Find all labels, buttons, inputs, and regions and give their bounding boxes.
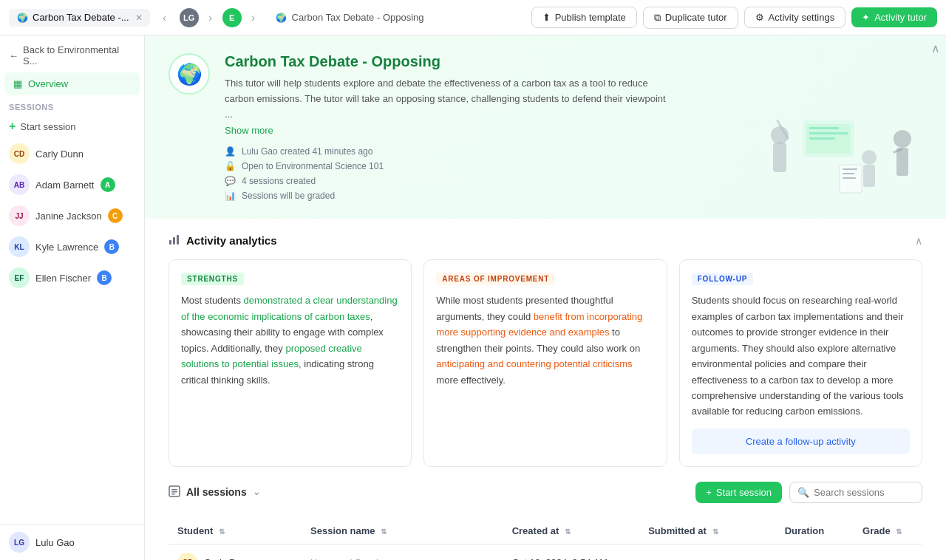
sessions-section: All sessions ⌄ + Start session 🔍 — [145, 482, 946, 560]
submitted-dash: - — [648, 557, 651, 560]
svg-rect-0 — [773, 143, 786, 172]
search-sessions-box[interactable]: 🔍 — [789, 482, 922, 503]
nav-back-arrow[interactable]: ‹ — [156, 9, 174, 27]
sessions-section-label: Sessions — [0, 95, 144, 115]
svg-rect-11 — [896, 148, 908, 176]
tab2-circle-icon: LG — [180, 8, 199, 27]
analytics-section: Activity analytics ∧ STRENGTHS Most stud… — [145, 219, 946, 482]
td-student: CD Carly Dunn — [169, 544, 302, 560]
student-name-carly: Carly Dunn — [35, 148, 84, 160]
tab1-close-icon[interactable]: ✕ — [135, 13, 143, 23]
col-student[interactable]: Student ⇅ — [169, 518, 302, 544]
svg-rect-21 — [171, 489, 177, 491]
duplicate-label: Duplicate tutor — [665, 12, 727, 23]
analytics-cards: STRENGTHS Most students demonstrated a c… — [169, 259, 922, 467]
student-cell: CD Carly Dunn — [177, 553, 293, 560]
strengths-highlight2: proposed creative solutions to potential… — [181, 343, 362, 369]
content-area: 🌍 Carbon Tax Debate - Opposing This tuto… — [145, 35, 946, 560]
tab2-e-icon: E — [222, 8, 242, 27]
sessions-table: Student ⇅ Session name ⇅ Created at ⇅ Su… — [169, 518, 922, 560]
show-more-button[interactable]: Show more — [225, 125, 273, 136]
col-session-name[interactable]: Session name ⇅ — [302, 518, 503, 544]
lock-open-icon: 🔓 — [225, 161, 236, 171]
sort-submitted-icon: ⇅ — [712, 527, 718, 536]
analytics-collapse-icon[interactable]: ∧ — [915, 235, 922, 247]
sidebar-student-ellen[interactable]: EF Ellen Fischer B — [0, 262, 144, 293]
analytics-title: Activity analytics — [169, 233, 277, 247]
avatar-row: CD — [177, 553, 198, 560]
sidebar-student-janine[interactable]: JJ Janine Jackson C — [0, 200, 144, 231]
sessions-sort-icon[interactable]: ⌄ — [253, 487, 260, 497]
top-bar: 🌍 Carbon Tax Debate -... ✕ ‹ LG › E › 🌍 … — [0, 0, 946, 35]
activity-tutor-button[interactable]: ✦ Activity tutor — [851, 7, 937, 27]
analytics-header: Activity analytics ∧ — [169, 233, 922, 247]
improvement-highlight2: anticipating and countering potential cr… — [436, 358, 632, 369]
earth-favicon2-icon: 🌍 — [276, 12, 287, 24]
strengths-text: Most students demonstrated a clear under… — [181, 293, 399, 388]
sort-grade-icon: ⇅ — [896, 527, 902, 536]
td-created: Oct 10, 2024, 9:54 AM — [503, 544, 640, 560]
sidebar-user-name: Lulu Gao — [35, 537, 75, 548]
session-name-cell: Unnamed Session — [310, 557, 389, 560]
student-name-ellen: Ellen Fischer — [35, 273, 91, 284]
activity-settings-button[interactable]: ⚙ Activity settings — [744, 7, 846, 28]
followup-text: Students should focus on researching rea… — [692, 293, 910, 420]
start-session-sidebar-button[interactable]: + Start session — [0, 115, 144, 138]
meta-created-text: Lulu Gao created 41 minutes ago — [242, 146, 372, 157]
tab-opposing[interactable]: 🌍 Carbon Tax Debate - Opposing — [268, 9, 432, 27]
col-submitted-at[interactable]: Submitted at ⇅ — [639, 518, 776, 544]
grade-badge-kyle: B — [104, 239, 119, 254]
sidebar-item-overview[interactable]: ▦ Overview — [4, 72, 140, 95]
hero-collapse-button[interactable]: ∧ — [931, 41, 940, 55]
sidebar-student-kyle[interactable]: KL Kyle Lawrence B — [0, 231, 144, 262]
sidebar-student-carly[interactable]: CD Carly Dunn — [0, 138, 144, 169]
td-session-name: Unnamed Session — [302, 544, 503, 560]
student-name-cell: Carly Dunn — [204, 557, 252, 560]
sidebar-student-adam[interactable]: AB Adam Barnett A — [0, 169, 144, 200]
student-name-janine: Janine Jackson — [35, 211, 102, 222]
tab-carbon-tax[interactable]: 🌍 Carbon Tax Debate -... ✕ — [9, 9, 150, 27]
plus-session-icon: + — [706, 487, 712, 498]
col-created-at[interactable]: Created at ⇅ — [503, 518, 640, 544]
publish-template-button[interactable]: ⬆ Publish template — [531, 7, 637, 28]
back-to-env-button[interactable]: ← Back to Environmental S... — [0, 35, 144, 72]
td-submitted: - — [639, 544, 776, 560]
chat-icon: 💬 — [225, 176, 236, 186]
grade-badge-adam: A — [101, 177, 115, 192]
col-duration[interactable]: Duration — [776, 518, 854, 544]
avatar-lulu: LG — [9, 532, 30, 553]
improvement-tag: AREAS OF IMPROVEMENT — [436, 273, 555, 285]
sort-created-icon: ⇅ — [565, 527, 571, 536]
table-row[interactable]: CD Carly Dunn Unnamed SessionOct 10, 202… — [169, 544, 922, 560]
search-icon: 🔍 — [797, 487, 809, 498]
main-layout: ← Back to Environmental S... ▦ Overview … — [0, 35, 946, 560]
strengths-card: STRENGTHS Most students demonstrated a c… — [169, 259, 412, 467]
nav-forward-arrow[interactable]: › — [202, 9, 220, 27]
followup-tag: FOLLOW-UP — [692, 273, 754, 285]
plus-icon: + — [9, 120, 16, 133]
student-name-kyle: Kyle Lawrence — [35, 242, 98, 253]
col-grade[interactable]: Grade ⇅ — [854, 518, 922, 544]
td-grade: - — [854, 544, 922, 560]
settings-label: Activity settings — [769, 12, 835, 23]
avatar-carly: CD — [9, 143, 30, 164]
sort-student-icon: ⇅ — [219, 527, 225, 536]
svg-rect-7 — [809, 137, 835, 140]
sidebar: ← Back to Environmental S... ▦ Overview … — [0, 35, 145, 560]
publish-label: Publish template — [555, 12, 626, 23]
duplicate-tutor-button[interactable]: ⧉ Duplicate tutor — [643, 7, 738, 29]
sessions-actions: + Start session 🔍 — [695, 482, 922, 503]
create-followup-button[interactable]: Create a follow-up activity — [692, 428, 910, 454]
earth-favicon-icon: 🌍 — [16, 12, 28, 24]
publish-icon: ⬆ — [542, 12, 551, 23]
search-sessions-input[interactable] — [814, 487, 910, 498]
hero-section: 🌍 Carbon Tax Debate - Opposing This tuto… — [145, 35, 946, 219]
svg-point-10 — [894, 130, 911, 148]
start-session-table-button[interactable]: + Start session — [695, 482, 782, 503]
grade-badge-janine: C — [108, 208, 123, 223]
nav-forward2-arrow[interactable]: › — [245, 9, 262, 27]
avatar-kyle: KL — [9, 236, 30, 257]
tutor-label: Activity tutor — [874, 12, 927, 23]
top-actions: ⬆ Publish template ⧉ Duplicate tutor ⚙ A… — [531, 7, 937, 29]
sessions-header: All sessions ⌄ + Start session 🔍 — [169, 482, 922, 509]
